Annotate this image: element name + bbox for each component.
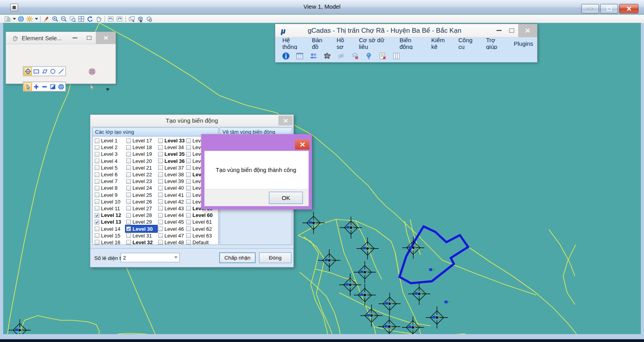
clip-mask-button[interactable] [145, 15, 153, 22]
level-checkbox-item[interactable]: Level 41 [157, 192, 185, 198]
view-next-button[interactable] [115, 15, 124, 22]
gcadas-menu-item[interactable]: Kiểm kê [427, 37, 455, 50]
level-checkbox-item[interactable]: Level 2 [94, 144, 125, 151]
view-previous-button[interactable] [106, 15, 115, 22]
checkbox-unchecked[interactable] [158, 145, 163, 150]
level-checkbox-item[interactable]: Level 16 [94, 239, 125, 246]
checkbox-unchecked[interactable] [186, 213, 191, 218]
select-crosshair-button[interactable] [24, 67, 32, 75]
checkbox-unchecked[interactable] [158, 186, 163, 191]
select-circle-button[interactable] [49, 67, 57, 75]
fit-view-button[interactable] [77, 15, 86, 22]
survey-marker-symbol[interactable] [360, 305, 383, 327]
gcadas-menu-item[interactable]: Plugins [510, 40, 537, 47]
checkbox-unchecked[interactable] [95, 138, 99, 143]
checkbox-unchecked[interactable] [158, 233, 163, 238]
checkbox-unchecked[interactable] [158, 199, 163, 204]
dialog-close-button[interactable] [278, 116, 293, 125]
checkbox-unchecked[interactable] [186, 179, 191, 184]
level-checkbox-item[interactable]: Level 21 [125, 164, 157, 171]
element-selection-close[interactable] [96, 32, 116, 44]
checkbox-unchecked[interactable] [126, 213, 131, 218]
checkbox-unchecked[interactable] [158, 240, 163, 245]
close-button[interactable] [619, 4, 638, 13]
level-checkbox-item[interactable]: Level 25 [125, 192, 157, 198]
checkbox-unchecked[interactable] [126, 186, 131, 191]
mode-invert-button[interactable] [49, 82, 57, 91]
level-checkbox-item[interactable]: Level 43 [157, 205, 185, 212]
accept-button[interactable]: Chấp nhận [219, 252, 256, 263]
level-checkbox-item[interactable]: Level 44 [157, 212, 185, 219]
locate-pin-button[interactable] [364, 52, 373, 60]
level-checkbox-item[interactable]: Level 8 [94, 185, 125, 191]
checkbox-unchecked[interactable] [186, 233, 191, 238]
level-checkbox-item[interactable]: Level 34 [157, 144, 185, 151]
survey-marker-symbol[interactable] [318, 249, 340, 271]
checkbox-unchecked[interactable] [95, 240, 99, 245]
level-checkbox-item[interactable]: Level 42 [157, 198, 185, 205]
survey-marker-symbol[interactable] [426, 306, 448, 329]
level-checkbox-item[interactable]: Level 6 [94, 171, 125, 178]
level-checkbox-item[interactable]: Level 22 [125, 171, 157, 178]
checkbox-unchecked[interactable] [186, 138, 191, 143]
window-area-button[interactable] [68, 15, 77, 22]
level-checkbox-item[interactable]: Level 35 [157, 151, 185, 157]
gcadas-menu-item[interactable]: Công cụ [454, 37, 482, 50]
level-checkbox-item[interactable]: Level 37 [157, 164, 185, 171]
zoom-out-button[interactable] [60, 15, 68, 22]
level-checkbox-item[interactable]: Level 19 [125, 151, 157, 157]
checkbox-unchecked[interactable] [158, 213, 163, 218]
checkbox-unchecked[interactable] [186, 240, 191, 245]
level-checkbox-item[interactable]: Level 10 [94, 198, 125, 205]
checkbox-unchecked[interactable] [95, 186, 99, 191]
level-checkbox-item[interactable]: Level 62 [185, 225, 219, 232]
level-checkbox-item[interactable]: Level 48 [157, 239, 185, 246]
select-block-button[interactable] [32, 67, 40, 75]
level-checkbox-item[interactable]: Level 1 [94, 137, 125, 144]
remove-report-button[interactable] [378, 52, 387, 60]
survey-marker-symbol[interactable] [354, 284, 376, 306]
level-checkbox-item[interactable]: Level 61 [185, 219, 219, 225]
level-checkbox-item[interactable]: Level 7 [94, 178, 125, 185]
checkbox-unchecked[interactable] [158, 152, 163, 157]
checkbox-unchecked[interactable] [126, 240, 131, 245]
element-selection-minimize[interactable] [69, 32, 81, 44]
checkbox-unchecked[interactable] [95, 179, 99, 184]
clip-volume-button[interactable] [136, 15, 145, 22]
gcadas-menu-item[interactable]: Hồ sơ [332, 37, 355, 50]
gcadas-menu-item[interactable]: Bản đồ [308, 37, 333, 50]
survey-marker-symbol[interactable] [379, 293, 401, 315]
level-checkbox-item[interactable]: Level 29 [125, 219, 157, 225]
checkbox-unchecked[interactable] [158, 165, 163, 170]
checkbox-unchecked[interactable] [186, 152, 191, 157]
level-checkbox-item[interactable]: Level 14 [94, 225, 125, 232]
checkbox-unchecked[interactable] [186, 206, 191, 211]
checkbox-unchecked[interactable] [158, 206, 163, 211]
checkbox-unchecked[interactable] [126, 145, 131, 150]
survey-marker-symbol[interactable] [302, 212, 325, 234]
dropdown-caret[interactable] [12, 18, 17, 20]
no-fence-button[interactable] [87, 67, 97, 76]
checkbox-unchecked[interactable] [186, 172, 191, 177]
level-checkbox-item[interactable]: Level 13 [94, 219, 125, 225]
gcadas-menu-item[interactable]: Cơ sở dữ liệu [355, 37, 396, 50]
checkbox-unchecked[interactable] [126, 152, 131, 157]
level-checkbox-item[interactable]: Level 27 [125, 205, 157, 212]
level-checkbox-item[interactable]: Level 46 [157, 225, 185, 232]
checkbox-unchecked[interactable] [95, 226, 99, 231]
select-all-button[interactable] [57, 82, 65, 91]
copy-view-button[interactable] [127, 15, 136, 22]
checkbox-unchecked[interactable] [158, 159, 163, 163]
checkbox-unchecked[interactable] [126, 192, 131, 197]
maximize-button[interactable] [600, 4, 618, 13]
info-button[interactable] [282, 52, 290, 60]
level-checkbox-item[interactable]: Level 9 [94, 192, 125, 198]
checkbox-unchecked[interactable] [126, 138, 131, 143]
level-checkbox-item[interactable]: Level 18 [125, 144, 157, 151]
select-shape-button[interactable] [40, 67, 49, 75]
checkbox-unchecked[interactable] [126, 233, 131, 238]
checkbox-unchecked[interactable] [158, 172, 163, 177]
table-columns-button[interactable] [392, 52, 401, 60]
dialog-titlebar[interactable]: Tạo vùng biến động [90, 115, 293, 127]
level-checkbox-item[interactable]: Level 20 [125, 158, 157, 164]
